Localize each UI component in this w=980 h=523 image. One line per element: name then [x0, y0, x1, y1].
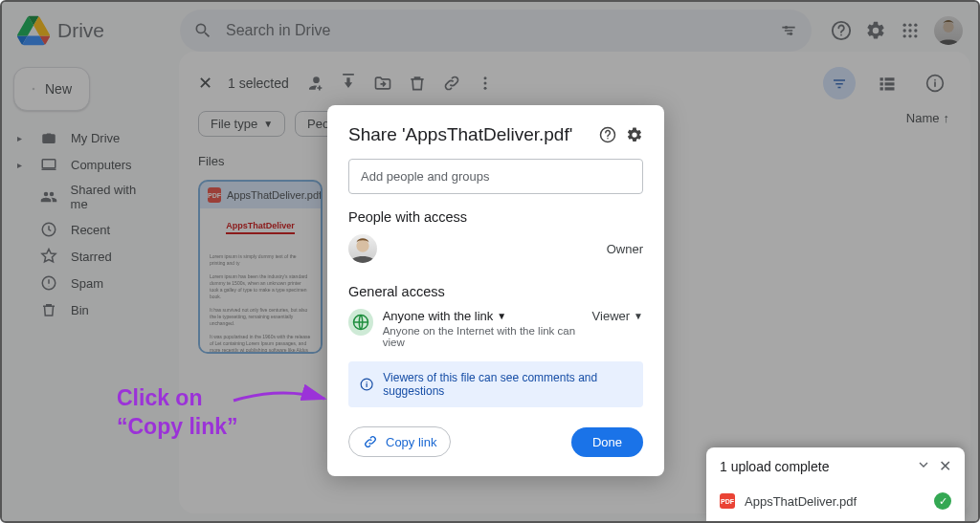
svg-point-22: [607, 138, 609, 140]
toast-row[interactable]: PDF AppsThatDeliver.pdf ✓: [706, 485, 965, 521]
toast-title: 1 upload complete: [720, 459, 829, 474]
info-banner: Viewers of this file can see comments an…: [348, 361, 643, 407]
add-placeholder: Add people and groups: [361, 169, 489, 184]
link-scope-dropdown[interactable]: Anyone with the link▼: [383, 309, 583, 323]
copy-link-label: Copy link: [386, 435, 436, 449]
modal-footer: Copy link Done: [348, 426, 643, 457]
link-icon: [363, 434, 378, 449]
info-icon: [360, 377, 373, 392]
annotation-text: Click on “Copy link”: [117, 384, 238, 442]
annotation-line2: “Copy link”: [117, 413, 238, 442]
add-people-input[interactable]: Add people and groups: [348, 159, 643, 194]
role-label: Viewer: [592, 309, 631, 323]
modal-help-icon[interactable]: [599, 126, 616, 143]
owner-row: Owner: [348, 234, 643, 263]
annotation-line1: Click on: [117, 384, 238, 413]
public-icon: [348, 309, 373, 336]
general-access-row: Anyone with the link▼ Anyone on the Inte…: [348, 309, 643, 348]
toast-collapse-icon[interactable]: [916, 457, 931, 475]
info-text: Viewers of this file can see comments an…: [383, 371, 632, 398]
share-modal: Share 'AppsThatDeliver.pdf' Add people a…: [327, 105, 664, 476]
success-check-icon: ✓: [934, 492, 951, 510]
toast-close-icon[interactable]: ✕: [939, 457, 951, 475]
toast-file-name: AppsThatDeliver.pdf: [745, 494, 857, 509]
owner-role: Owner: [607, 242, 643, 256]
upload-toast: 1 upload complete ✕ PDF AppsThatDeliver.…: [706, 447, 965, 521]
link-scope-description: Anyone on the Internet with the link can…: [383, 325, 583, 348]
people-access-heading: People with access: [348, 209, 643, 225]
pdf-icon: PDF: [720, 493, 735, 509]
copy-link-button[interactable]: Copy link: [348, 426, 451, 457]
modal-title: Share 'AppsThatDeliver.pdf': [348, 124, 590, 145]
general-access-heading: General access: [348, 284, 643, 299]
link-scope-label: Anyone with the link: [383, 309, 494, 323]
done-button[interactable]: Done: [571, 427, 643, 457]
annotation-arrow: [229, 381, 334, 420]
svg-point-23: [356, 240, 368, 252]
owner-avatar: [348, 234, 377, 263]
done-label: Done: [592, 435, 622, 449]
modal-settings-icon[interactable]: [626, 126, 643, 143]
role-dropdown[interactable]: Viewer▼: [592, 309, 643, 323]
